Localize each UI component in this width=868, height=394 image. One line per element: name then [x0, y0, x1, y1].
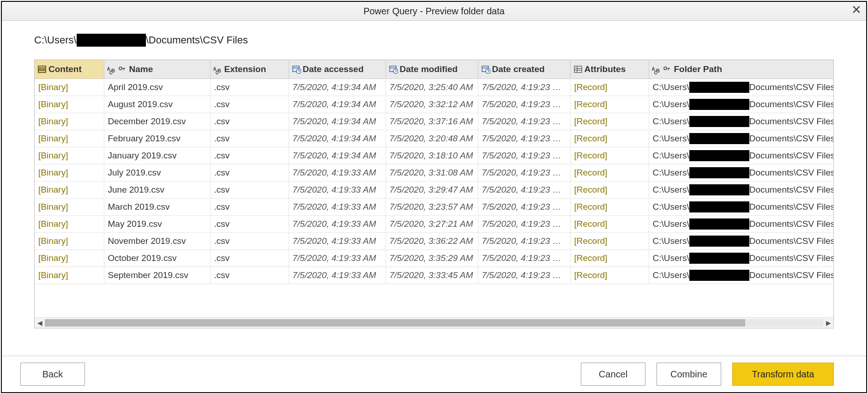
cell-content[interactable]: [Binary] — [35, 233, 104, 250]
redacted-username — [689, 184, 749, 195]
redacted-username — [77, 34, 146, 47]
redacted-username — [689, 99, 749, 110]
redacted-username — [689, 201, 749, 212]
cell-folder-path: C:\Users\Documents\CSV Files\ — [649, 267, 833, 284]
cell-content[interactable]: [Binary] — [35, 130, 104, 147]
cell-date-modified: 7/5/2020, 3:18:10 AM — [386, 147, 478, 164]
cell-content[interactable]: [Binary] — [35, 182, 104, 199]
cell-content[interactable]: [Binary] — [35, 216, 104, 233]
scroll-right-icon[interactable]: ▶ — [823, 319, 833, 327]
scroll-left-icon[interactable]: ◀ — [35, 319, 45, 327]
table-row[interactable]: [Binary]October 2019.csv.csv7/5/2020, 4:… — [35, 250, 833, 267]
combine-button[interactable]: Combine — [657, 363, 721, 386]
dialog-footer: Back Cancel Combine Transform data — [2, 356, 866, 392]
table-row[interactable]: [Binary]December 2019.csv.csv7/5/2020, 4… — [35, 113, 833, 130]
horizontal-scrollbar[interactable]: ◀ ▶ — [35, 317, 833, 328]
table-row[interactable]: [Binary]November 2019.csv.csv7/5/2020, 4… — [35, 233, 833, 250]
cell-content[interactable]: [Binary] — [35, 113, 104, 130]
table-row[interactable]: [Binary]January 2019.csv.csv7/5/2020, 4:… — [35, 147, 833, 164]
cell-extension: .csv — [210, 96, 289, 113]
col-header-date-accessed[interactable]: Date accessed — [289, 60, 386, 79]
col-header-name-label: Name — [129, 64, 153, 74]
col-header-date-created[interactable]: Date created — [478, 60, 570, 79]
col-header-content[interactable]: Content — [35, 60, 104, 79]
cell-date-accessed: 7/5/2020, 4:19:33 AM — [289, 182, 386, 199]
datetime-icon — [481, 65, 490, 74]
cell-folder-path: C:\Users\Documents\CSV Files\ — [649, 182, 833, 199]
redacted-username — [689, 116, 749, 127]
cell-date-modified: 7/5/2020, 3:27:21 AM — [386, 216, 478, 233]
cell-date-accessed: 7/5/2020, 4:19:34 AM — [289, 79, 386, 96]
cell-attributes[interactable]: [Record] — [570, 96, 649, 113]
cell-attributes[interactable]: [Record] — [570, 267, 649, 284]
scrollbar-track[interactable] — [45, 319, 823, 327]
table-row[interactable]: [Binary]June 2019.csv.csv7/5/2020, 4:19:… — [35, 182, 833, 199]
cell-extension: .csv — [210, 147, 289, 164]
cell-attributes[interactable]: [Record] — [570, 130, 649, 147]
cell-content[interactable]: [Binary] — [35, 267, 104, 284]
col-header-date-modified[interactable]: Date modified — [386, 60, 478, 79]
table-row[interactable]: [Binary]February 2019.csv.csv7/5/2020, 4… — [35, 130, 833, 147]
cell-content[interactable]: [Binary] — [35, 147, 104, 164]
cell-name: February 2019.csv — [104, 130, 210, 147]
table-row[interactable]: [Binary]August 2019.csv.csv7/5/2020, 4:1… — [35, 96, 833, 113]
cell-name: June 2019.csv — [104, 182, 210, 199]
col-header-extension[interactable]: B Extension — [210, 60, 289, 79]
table-row[interactable]: [Binary]July 2019.csv.csv7/5/2020, 4:19:… — [35, 164, 833, 182]
datetime-icon — [292, 65, 301, 74]
col-header-name[interactable]: B Name — [104, 60, 210, 79]
cell-date-accessed: 7/5/2020, 4:19:34 AM — [289, 147, 386, 164]
col-header-extension-label: Extension — [224, 64, 266, 74]
cell-folder-path: C:\Users\Documents\CSV Files\ — [649, 199, 833, 216]
cell-attributes[interactable]: [Record] — [570, 199, 649, 216]
cell-date-accessed: 7/5/2020, 4:19:33 AM — [289, 199, 386, 216]
svg-rect-22 — [574, 66, 582, 73]
col-header-folder-path[interactable]: B Folder Path — [649, 60, 833, 79]
redacted-username — [689, 82, 749, 93]
table-row[interactable]: [Binary]May 2019.csv.csv7/5/2020, 4:19:3… — [35, 216, 833, 233]
cell-attributes[interactable]: [Record] — [570, 113, 649, 130]
cell-name: January 2019.csv — [104, 147, 210, 164]
col-header-date-modified-label: Date modified — [400, 64, 458, 74]
cell-attributes[interactable]: [Record] — [570, 182, 649, 199]
table-row[interactable]: [Binary]March 2019.csv.csv7/5/2020, 4:19… — [35, 199, 833, 216]
close-icon[interactable]: ✕ — [851, 4, 862, 16]
cell-date-modified: 7/5/2020, 3:23:57 AM — [386, 199, 478, 216]
transform-data-button[interactable]: Transform data — [732, 363, 834, 386]
cell-attributes[interactable]: [Record] — [570, 164, 649, 182]
cell-date-accessed: 7/5/2020, 4:19:34 AM — [289, 130, 386, 147]
cell-content[interactable]: [Binary] — [35, 250, 104, 267]
col-header-attributes[interactable]: Attributes — [570, 60, 649, 79]
redacted-username — [689, 218, 749, 230]
cell-date-accessed: 7/5/2020, 4:19:33 AM — [289, 164, 386, 182]
path-prefix: C:\Users\ — [34, 34, 77, 46]
cell-date-modified: 7/5/2020, 3:32:12 AM — [386, 96, 478, 113]
preview-table: Content B Name — [35, 60, 833, 284]
back-button[interactable]: Back — [20, 363, 85, 386]
cell-name: July 2019.csv — [104, 164, 210, 182]
cell-date-created: 7/5/2020, 4:19:23 … — [478, 79, 570, 96]
cell-date-created: 7/5/2020, 4:19:23 … — [478, 233, 570, 250]
cell-name: October 2019.csv — [104, 250, 210, 267]
cell-content[interactable]: [Binary] — [35, 79, 104, 96]
cell-date-modified: 7/5/2020, 3:36:22 AM — [386, 233, 478, 250]
cell-date-modified: 7/5/2020, 3:31:08 AM — [386, 164, 478, 182]
cell-attributes[interactable]: [Record] — [570, 216, 649, 233]
table-row[interactable]: [Binary]April 2019.csv.csv7/5/2020, 4:19… — [35, 79, 833, 96]
cell-name: May 2019.csv — [104, 216, 210, 233]
scrollbar-thumb[interactable] — [45, 319, 745, 327]
cell-attributes[interactable]: [Record] — [570, 233, 649, 250]
cell-attributes[interactable]: [Record] — [570, 79, 649, 96]
cell-attributes[interactable]: [Record] — [570, 147, 649, 164]
cancel-button[interactable]: Cancel — [581, 363, 645, 386]
cell-attributes[interactable]: [Record] — [570, 250, 649, 267]
table-row[interactable]: [Binary]September 2019.csv.csv7/5/2020, … — [35, 267, 833, 284]
cell-content[interactable]: [Binary] — [35, 164, 104, 182]
dialog-body: C:\Users\ \Documents\CSV Files — [2, 21, 866, 356]
svg-point-26 — [664, 67, 667, 70]
cell-content[interactable]: [Binary] — [35, 96, 104, 113]
cell-content[interactable]: [Binary] — [35, 199, 104, 216]
header-row: Content B Name — [35, 60, 833, 79]
redacted-username — [689, 236, 749, 247]
cell-date-accessed: 7/5/2020, 4:19:34 AM — [289, 96, 386, 113]
